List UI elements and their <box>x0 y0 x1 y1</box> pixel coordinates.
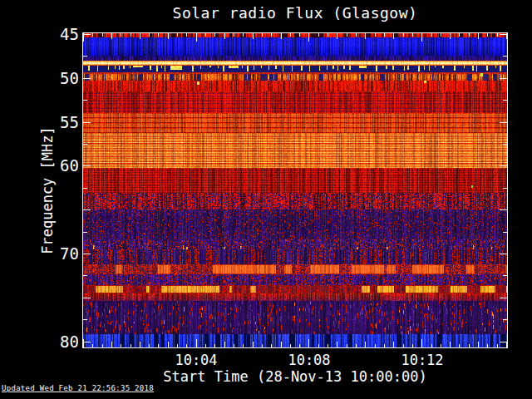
plot-frame <box>82 32 508 348</box>
y-tick-label: 60 <box>37 157 79 174</box>
x-axis-label: Start Time (28-Nov-13 10:00:00) <box>83 368 507 385</box>
y-tick-label: 80 <box>37 333 79 350</box>
update-timestamp: Updated Wed Feb 21 22:56:35 2018 <box>2 384 154 392</box>
chart-title: Solar radio Flux (Glasgow) <box>83 4 507 22</box>
solar-radio-spectrogram-window: Solar radio Flux (Glasgow) Frequency [MH… <box>0 0 532 399</box>
y-tick-label: 70 <box>37 245 79 262</box>
x-tick-label: 10:08 <box>276 352 342 368</box>
y-axis-label: Frequency [MHz] <box>39 126 56 254</box>
y-tick-label: 55 <box>37 114 79 131</box>
y-tick-label: 50 <box>37 70 79 86</box>
y-tick-label: 45 <box>37 26 79 42</box>
x-tick-label: 10:12 <box>389 352 456 368</box>
x-tick-label: 10:04 <box>163 352 229 368</box>
spectrogram-canvas <box>83 33 507 347</box>
